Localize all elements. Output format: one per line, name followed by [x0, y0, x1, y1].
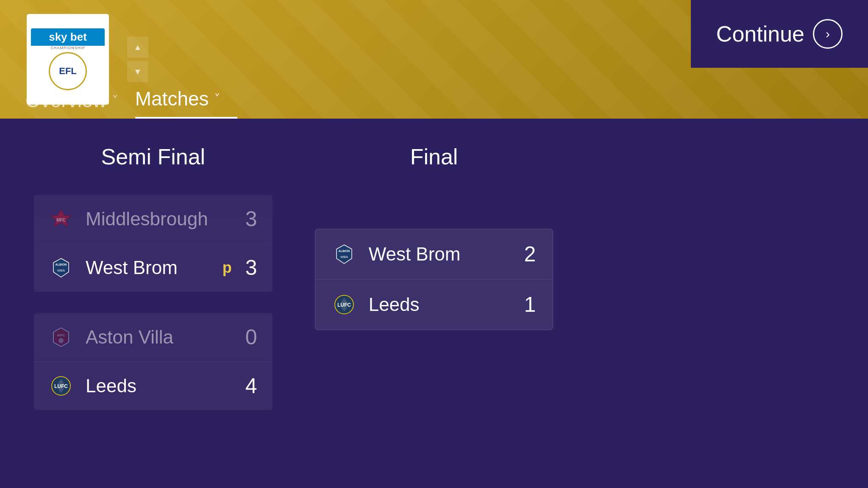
header: sky bet CHAMPIONSHIP EFL ▲ ▼ Overview ˅ … [0, 0, 868, 119]
continue-button[interactable]: Continue › [691, 0, 868, 68]
championship-label: CHAMPIONSHIP [50, 46, 85, 50]
leeds-badge: LUFC [49, 374, 73, 398]
efl-label: EFL [59, 66, 77, 77]
svg-text:LUFC: LUFC [337, 302, 351, 308]
table-row: LUFC Leeds 4 [34, 362, 273, 410]
arrow-down-button[interactable]: ▼ [127, 61, 148, 82]
svg-point-5 [58, 338, 64, 343]
score-astonvilla: 0 [240, 325, 257, 349]
table-row: MFC Middlesbrough 3 [34, 195, 273, 244]
score-leeds-final: 1 [519, 292, 536, 317]
score-westbrom: 3 [240, 255, 257, 280]
final-title: Final [315, 144, 554, 169]
svg-text:WBA: WBA [340, 255, 348, 259]
empty-column [595, 144, 834, 463]
continue-arrow-icon: › [813, 19, 843, 49]
middlesbrough-badge: MFC [49, 207, 73, 231]
table-row: LUFC Leeds 1 [315, 280, 553, 330]
semi-final-match1: MFC Middlesbrough 3 ALBION WBA West Brom… [34, 195, 273, 292]
final-match-card: ALBION WBA West Brom 2 LUFC [315, 229, 554, 330]
team-name-westbrom: West Brom [86, 257, 223, 278]
sky-bet-label: sky bet [31, 28, 105, 46]
table-row: AVFC Aston Villa 0 [34, 313, 273, 362]
penalty-label: p [223, 259, 232, 277]
semi-final-column: Semi Final MFC Middlesbrough 3 ALBION [34, 144, 273, 463]
svg-text:ALBION: ALBION [338, 250, 350, 252]
team-name-leeds: Leeds [86, 375, 240, 396]
nav-menu: Overview ˅ Matches ˅ [0, 80, 868, 119]
continue-label: Continue [716, 21, 804, 47]
chevron-down-icon: ˅ [112, 93, 118, 108]
team-name-leeds-final: Leeds [369, 294, 519, 315]
final-column: Final ALBION WBA West Brom 2 [315, 144, 554, 463]
arrow-up-button[interactable]: ▲ [127, 36, 148, 58]
team-name-westbrom-final: West Brom [369, 244, 519, 265]
table-row: ALBION WBA West Brom p 3 [34, 244, 273, 292]
svg-text:MFC: MFC [56, 218, 66, 222]
svg-text:WBA: WBA [57, 269, 65, 272]
semi-final-title: Semi Final [34, 144, 273, 169]
nav-arrows: ▲ ▼ [127, 36, 148, 82]
score-middlesbrough: 3 [240, 207, 257, 231]
westbrom-final-badge: ALBION WBA [332, 242, 356, 266]
chevron-down-icon: ˅ [214, 92, 220, 106]
leeds-final-badge: LUFC [332, 293, 356, 316]
astonvilla-badge: AVFC [49, 325, 73, 349]
nav-item-overview[interactable]: Overview ˅ [25, 82, 135, 119]
svg-text:ALBION: ALBION [56, 263, 67, 266]
team-name-middlesbrough: Middlesbrough [86, 208, 240, 230]
nav-overview-label: Overview [25, 89, 107, 112]
svg-text:LUFC: LUFC [54, 383, 68, 389]
score-leeds: 4 [240, 374, 257, 398]
svg-text:AVFC: AVFC [57, 334, 65, 337]
team-name-astonvilla: Aston Villa [86, 327, 240, 348]
nav-matches-label: Matches [135, 87, 209, 110]
westbrom-badge: ALBION WBA [49, 256, 73, 280]
main-content: Semi Final MFC Middlesbrough 3 ALBION [0, 119, 868, 488]
semi-final-match2: AVFC Aston Villa 0 LUFC Leeds 4 [34, 313, 273, 410]
table-row: ALBION WBA West Brom 2 [315, 229, 553, 280]
nav-item-matches[interactable]: Matches ˅ [135, 80, 237, 119]
score-westbrom-final: 2 [519, 242, 536, 266]
